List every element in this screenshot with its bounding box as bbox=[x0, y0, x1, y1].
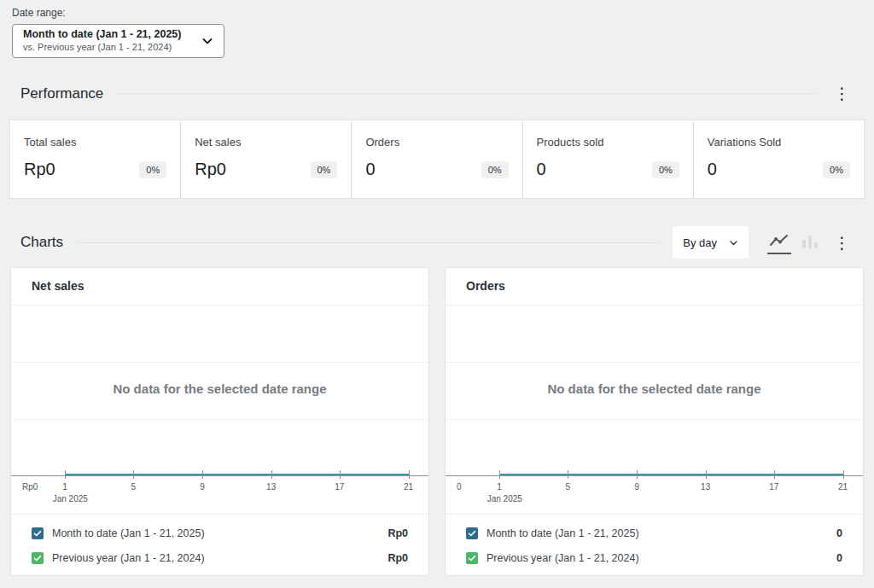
tick-mark bbox=[706, 470, 707, 479]
tick-mark bbox=[202, 470, 203, 479]
tick-mark bbox=[774, 470, 775, 479]
charts-section-title: Charts bbox=[20, 234, 63, 251]
stat-delta-badge: 0% bbox=[139, 161, 166, 178]
chart-panel-net-sales: Net sales No data for the selected date … bbox=[10, 267, 429, 576]
legend-row-previous[interactable]: Previous year (Jan 1 - 21, 2024) Rp0 bbox=[32, 545, 408, 570]
tick-mark bbox=[271, 470, 272, 479]
line-chart-button[interactable] bbox=[767, 230, 791, 254]
legend-row-current[interactable]: Month to date (Jan 1 - 21, 2025) 0 bbox=[466, 521, 842, 545]
checkmark-icon bbox=[468, 529, 476, 538]
chevron-down-icon bbox=[729, 238, 738, 247]
date-range-secondary: vs. Previous year (Jan 1 - 21, 2024) bbox=[23, 42, 201, 54]
gridline bbox=[446, 362, 863, 363]
charts-area: Net sales No data for the selected date … bbox=[10, 267, 864, 576]
kebab-menu-icon: ⋮ bbox=[834, 233, 850, 252]
stat-delta-badge: 0% bbox=[823, 161, 850, 178]
stat-value: Rp0 bbox=[195, 160, 226, 179]
legend-value: Rp0 bbox=[387, 527, 408, 539]
chart-plot-area: No data for the selected date range bbox=[11, 306, 428, 472]
x-tick-label: 9 bbox=[634, 482, 639, 492]
axis-annotation: Jan 2025 bbox=[487, 494, 522, 504]
axis-annotation: Jan 2025 bbox=[53, 494, 88, 504]
x-tick-label: 1 bbox=[62, 482, 67, 492]
tick-mark bbox=[843, 470, 844, 479]
section-rule bbox=[77, 242, 661, 243]
x-tick-label: 21 bbox=[838, 482, 848, 492]
x-tick-label: 21 bbox=[404, 482, 413, 492]
chart-plot-area: No data for the selected date range bbox=[446, 306, 863, 472]
chevron-down-icon bbox=[201, 35, 213, 47]
stat-value: 0 bbox=[537, 160, 546, 179]
kebab-menu-icon: ⋮ bbox=[834, 84, 850, 102]
tick-mark bbox=[568, 470, 568, 479]
legend-checkbox[interactable] bbox=[466, 552, 478, 564]
legend-checkbox[interactable] bbox=[32, 552, 44, 564]
stat-value: Rp0 bbox=[24, 160, 55, 179]
charts-header: Charts By day ⋮ bbox=[20, 226, 854, 259]
x-tick-label: 1 bbox=[497, 482, 502, 492]
tick-mark bbox=[637, 470, 638, 479]
stat-card-variations-sold[interactable]: Variations Sold 0 0% bbox=[693, 120, 864, 198]
x-axis: 0 1 5 9 13 17 21 Jan 2025 bbox=[446, 471, 863, 514]
gridline bbox=[446, 419, 863, 420]
stat-label: Variations Sold bbox=[708, 136, 850, 148]
legend-checkbox[interactable] bbox=[32, 527, 44, 539]
tick-mark bbox=[340, 470, 341, 479]
legend-value: 0 bbox=[836, 552, 842, 564]
legend-label: Previous year (Jan 1 - 21, 2024) bbox=[52, 552, 379, 564]
chart-empty-message: No data for the selected date range bbox=[113, 381, 326, 396]
legend-checkbox[interactable] bbox=[466, 527, 478, 539]
legend-label: Previous year (Jan 1 - 21, 2024) bbox=[487, 552, 828, 564]
date-range-primary: Month to date (Jan 1 - 21, 2025) bbox=[23, 28, 201, 42]
x-tick-label: 13 bbox=[701, 482, 710, 492]
stat-card-orders[interactable]: Orders 0 0% bbox=[351, 120, 521, 198]
legend-row-current[interactable]: Month to date (Jan 1 - 21, 2025) Rp0 bbox=[32, 521, 408, 545]
chart-empty-message: No data for the selected date range bbox=[547, 381, 760, 396]
tick-mark bbox=[65, 470, 66, 479]
bar-chart-button[interactable] bbox=[800, 231, 820, 253]
y-zero-label: 0 bbox=[457, 482, 462, 492]
performance-section-title: Performance bbox=[20, 85, 103, 102]
panel-header: Net sales bbox=[11, 268, 428, 306]
stat-delta-badge: 0% bbox=[481, 161, 509, 178]
date-range-section: Date range: Month to date (Jan 1 - 21, 2… bbox=[0, 0, 874, 58]
chart-panel-orders: Orders No data for the selected date ran… bbox=[445, 267, 864, 576]
bar-chart-icon bbox=[801, 235, 819, 248]
x-tick-label: 5 bbox=[131, 482, 136, 492]
date-range-label: Date range: bbox=[12, 7, 864, 19]
performance-menu-button[interactable]: ⋮ bbox=[830, 84, 854, 103]
axis-line bbox=[446, 475, 863, 476]
stat-value: 0 bbox=[708, 160, 717, 179]
stat-label: Total sales bbox=[24, 136, 166, 148]
legend-row-previous[interactable]: Previous year (Jan 1 - 21, 2024) 0 bbox=[466, 545, 842, 570]
checkmark-icon bbox=[33, 529, 42, 538]
stat-card-net-sales[interactable]: Net sales Rp0 0% bbox=[180, 120, 351, 198]
legend-label: Month to date (Jan 1 - 21, 2025) bbox=[52, 527, 379, 539]
performance-stats-row: Total sales Rp0 0% Net sales Rp0 0% Orde… bbox=[10, 120, 864, 198]
panel-header: Orders bbox=[446, 268, 863, 306]
stat-card-products-sold[interactable]: Products sold 0 0% bbox=[522, 120, 693, 198]
checkmark-icon bbox=[468, 554, 476, 562]
x-tick-label: 13 bbox=[266, 482, 276, 492]
stat-delta-badge: 0% bbox=[652, 161, 679, 178]
stat-card-total-sales[interactable]: Total sales Rp0 0% bbox=[10, 120, 180, 198]
stat-value: 0 bbox=[365, 160, 375, 179]
stat-delta-badge: 0% bbox=[311, 161, 338, 178]
interval-select-value: By day bbox=[683, 236, 717, 249]
stat-label: Orders bbox=[365, 136, 508, 148]
chart-panel-title: Orders bbox=[466, 279, 505, 293]
tick-mark bbox=[409, 470, 410, 479]
legend-value: 0 bbox=[836, 527, 842, 539]
axis-line bbox=[11, 475, 428, 476]
performance-header: Performance ⋮ bbox=[20, 84, 854, 103]
x-tick-label: 17 bbox=[769, 482, 778, 492]
date-range-select[interactable]: Month to date (Jan 1 - 21, 2025) vs. Pre… bbox=[12, 24, 224, 58]
gridline bbox=[11, 362, 428, 363]
charts-menu-button[interactable]: ⋮ bbox=[830, 233, 854, 253]
line-chart-icon bbox=[769, 234, 790, 247]
legend-label: Month to date (Jan 1 - 21, 2025) bbox=[487, 527, 828, 539]
x-tick-label: 17 bbox=[335, 482, 344, 492]
interval-select[interactable]: By day bbox=[673, 226, 749, 259]
date-range-selected: Month to date (Jan 1 - 21, 2025) vs. Pre… bbox=[23, 28, 201, 53]
chart-legend: Month to date (Jan 1 - 21, 2025) 0 Previ… bbox=[446, 514, 863, 575]
